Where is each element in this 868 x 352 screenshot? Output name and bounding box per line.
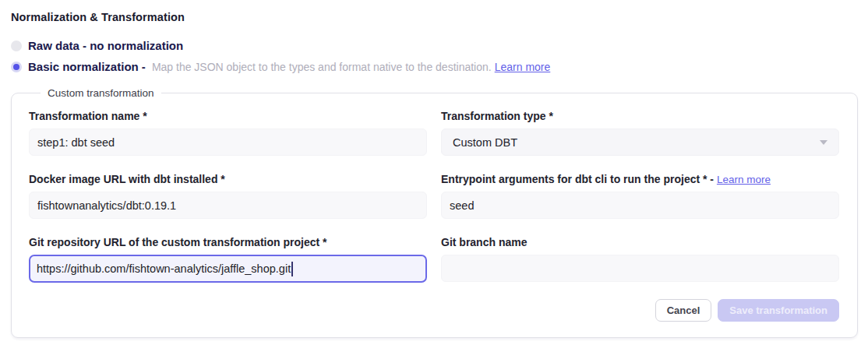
docker-image-url-input[interactable] xyxy=(29,192,427,219)
radio-option-raw-data[interactable]: Raw data - no normalization xyxy=(11,39,858,52)
custom-transformation-legend: Custom transformation xyxy=(41,87,161,99)
transformation-name-label: Transformation name * xyxy=(29,110,427,122)
chevron-down-icon xyxy=(820,140,827,145)
git-repository-url-input[interactable]: https://github.com/fishtown-analytics/ja… xyxy=(29,255,427,283)
git-branch-name-input[interactable] xyxy=(441,255,839,282)
transformation-name-input[interactable] xyxy=(29,128,427,156)
form-actions: Cancel Save transformation xyxy=(29,299,839,322)
field-docker-image-url: Docker image URL with dbt installed * xyxy=(29,173,427,219)
radio-option-basic-normalization-label: Basic normalization - xyxy=(28,60,146,73)
field-transformation-name: Transformation name * xyxy=(29,110,427,156)
save-transformation-button[interactable]: Save transformation xyxy=(718,299,839,322)
normalization-radio-group: Raw data - no normalization Basic normal… xyxy=(11,39,858,73)
transformation-type-label: Transformation type * xyxy=(441,110,839,122)
field-git-repository-url: Git repository URL of the custom transfo… xyxy=(29,236,427,283)
git-branch-name-label: Git branch name xyxy=(441,236,839,248)
radio-checked-icon[interactable] xyxy=(11,62,22,72)
radio-option-raw-data-label: Raw data - no normalization xyxy=(28,39,183,52)
transformation-type-value: Custom DBT xyxy=(453,136,517,149)
basic-normalization-learn-more-link[interactable]: Learn more xyxy=(495,61,551,73)
field-transformation-type: Transformation type * Custom DBT xyxy=(441,110,839,156)
transformation-form-grid: Transformation name * Transformation typ… xyxy=(29,110,839,283)
radio-option-basic-normalization[interactable]: Basic normalization - Map the JSON objec… xyxy=(11,60,858,73)
entrypoint-arguments-input[interactable] xyxy=(441,192,839,219)
page-title: Normalization & Transformation xyxy=(11,11,858,23)
git-repository-url-label: Git repository URL of the custom transfo… xyxy=(29,236,427,248)
cancel-button[interactable]: Cancel xyxy=(655,299,712,322)
text-cursor xyxy=(291,262,293,276)
custom-transformation-fieldset: Custom transformation Transformation nam… xyxy=(11,87,858,338)
radio-unchecked-icon[interactable] xyxy=(11,40,22,51)
basic-normalization-description: Map the JSON object to the types and for… xyxy=(152,61,492,73)
docker-image-url-label: Docker image URL with dbt installed * xyxy=(29,173,427,185)
field-entrypoint-arguments: Entrypoint arguments for dbt cli to run … xyxy=(441,173,839,219)
field-git-branch-name: Git branch name xyxy=(441,236,839,283)
entrypoint-arguments-label: Entrypoint arguments for dbt cli to run … xyxy=(441,173,839,185)
normalization-settings-panel: Normalization & Transformation Raw data … xyxy=(0,0,868,338)
git-repository-url-value: https://github.com/fishtown-analytics/ja… xyxy=(37,262,291,275)
entrypoint-learn-more-link[interactable]: Learn more xyxy=(717,174,771,185)
transformation-type-select[interactable]: Custom DBT xyxy=(441,128,839,156)
entrypoint-arguments-label-text: Entrypoint arguments for dbt cli to run … xyxy=(441,173,714,185)
